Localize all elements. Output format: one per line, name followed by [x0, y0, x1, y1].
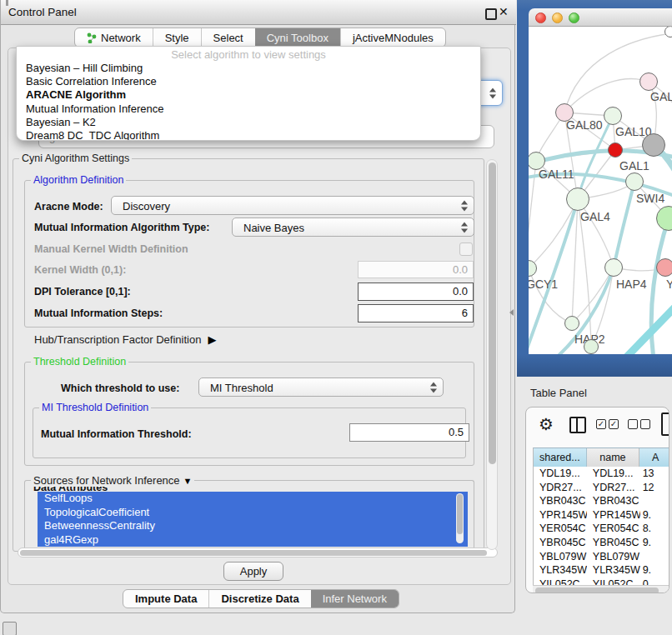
checked-box-icon[interactable]: ✓	[609, 419, 619, 429]
algorithm-option[interactable]: Basic Correlation Inference	[17, 75, 480, 88]
tab-impute-data[interactable]: Impute Data	[123, 590, 208, 608]
attributes-list-scrollbar[interactable]	[456, 493, 464, 543]
scrollbar-thumb[interactable]	[20, 550, 487, 556]
unchecked-box-icon[interactable]	[640, 419, 650, 429]
table-toolbar: ⚙ ✓ ✓	[526, 408, 669, 446]
network-node-gal10[interactable]	[604, 107, 622, 125]
node-label: HAP4	[616, 278, 647, 291]
unchecked-box-icon[interactable]	[628, 419, 638, 429]
network-edge[interactable]	[529, 199, 578, 268]
sources-group-title[interactable]: Sources for Network Inference▼	[31, 474, 194, 487]
table-horizontal-scrollbar[interactable]	[533, 585, 669, 593]
float-window-icon[interactable]	[485, 8, 497, 20]
mi-type-combobox[interactable]: Naive Bayes	[232, 218, 474, 237]
algorithm-option[interactable]: ARACNE Algorithm	[17, 88, 480, 102]
table-cell: YER054C	[534, 522, 587, 536]
network-canvas[interactable]: GALGAL80GAL10GAL1GAL11SWI4GAL4GCY1HAP4YH…	[529, 27, 672, 354]
network-node[interactable]	[584, 339, 599, 354]
tab-style[interactable]: Style	[153, 28, 201, 47]
data-attributes-list: SelfLoopsTopologicalCoefficientBetweenne…	[38, 492, 468, 547]
algorithm-option[interactable]: Bayesian – K2	[17, 116, 480, 129]
mi-threshold-field[interactable]: 0.5	[349, 423, 469, 442]
scrollbar-thumb[interactable]	[489, 162, 496, 464]
control-panel-window: Control Panel ✕ NetworkStyleSelectCyni T…	[0, 0, 515, 613]
settings-horizontal-scrollbar[interactable]	[18, 548, 498, 558]
table-cell: YPR145W	[587, 508, 640, 522]
hub-definition-toggle[interactable]: Hub/Transcription Factor Definition▶	[34, 333, 216, 346]
scrollbar-thumb[interactable]	[457, 494, 463, 534]
table-row[interactable]: YPR145WYPR145W9.	[534, 508, 669, 522]
network-node-swi4[interactable]	[625, 172, 644, 191]
close-icon[interactable]: ✕	[499, 5, 509, 18]
attribute-list-item[interactable]: BetweennessCentrality	[38, 519, 468, 533]
settings-vertical-scrollbar[interactable]	[486, 159, 498, 550]
apply-button[interactable]: Apply	[223, 562, 283, 581]
document-icon[interactable]	[661, 412, 669, 436]
aracne-mode-combobox[interactable]: Discovery	[111, 196, 474, 215]
dpi-tolerance-field[interactable]: 0.0	[358, 282, 474, 301]
mi-type-label: Mutual Information Algorithm Type:	[34, 222, 209, 233]
tab-jactivemnodules[interactable]: jActiveMNodules	[340, 28, 445, 47]
split-columns-icon[interactable]	[569, 417, 586, 433]
manual-kernel-checkbox[interactable]	[459, 242, 473, 256]
zoom-traffic-light-icon[interactable]	[569, 12, 579, 23]
checked-box-icon[interactable]: ✓	[596, 419, 606, 429]
cyni-bottom-tabbar: Impute DataDiscretize DataInfer Network	[123, 589, 399, 608]
network-node[interactable]	[642, 133, 665, 157]
tab-label: Network	[101, 32, 141, 44]
attribute-list-item[interactable]: SelfLoops	[38, 492, 468, 506]
table-cell: YDL19...	[587, 467, 640, 481]
tab-discretize-data[interactable]: Discretize Data	[208, 590, 310, 608]
table-row[interactable]: YER054CYER054C8.	[534, 522, 669, 536]
table-body: YDL19...YDL19...13YDR27...YDR27...12YBR0…	[534, 467, 669, 587]
table-cell: YER054C	[587, 522, 640, 536]
tab-label: Cyni Toolbox	[267, 32, 328, 44]
algorithm-option[interactable]: Bayesian – Hill Climbing	[17, 62, 480, 75]
network-window-titlebar[interactable]	[529, 8, 672, 27]
mi-steps-field[interactable]: 6	[358, 304, 474, 322]
network-node-hap2[interactable]	[564, 316, 579, 331]
dropdown-placeholder: Select algorithm to view settings	[17, 47, 480, 62]
attribute-list-item[interactable]: TopologicalCoefficient	[38, 506, 468, 520]
table-cell: 12	[640, 481, 669, 495]
network-edge[interactable]	[622, 302, 672, 354]
table-row[interactable]: YBL079WYBL079W	[534, 550, 669, 564]
tab-select[interactable]: Select	[201, 28, 255, 47]
network-node-gal1[interactable]	[608, 142, 623, 158]
network-edge[interactable]	[529, 268, 572, 323]
network-edge[interactable]	[614, 182, 634, 268]
attribute-list-item[interactable]: gal4RGexp	[38, 533, 468, 548]
network-node[interactable]	[664, 27, 672, 38]
gear-icon[interactable]: ⚙	[539, 414, 554, 434]
close-traffic-light-icon[interactable]	[535, 12, 546, 23]
control-panel-titlebar[interactable]: Control Panel ✕	[1, 0, 516, 25]
network-node-hap4[interactable]	[604, 258, 623, 277]
minimize-traffic-light-icon[interactable]	[552, 12, 563, 23]
which-threshold-combobox[interactable]: MI Threshold	[198, 378, 444, 397]
table-row[interactable]: YDL19...YDL19...13	[534, 467, 669, 481]
table-row[interactable]: YBR045CYBR045C9.	[534, 536, 669, 550]
table-row[interactable]: YDR27...YDR27...12	[534, 481, 669, 495]
column-header-name[interactable]: name	[587, 448, 640, 467]
collapse-right-icon: ▶	[208, 333, 216, 346]
kernel-width-field[interactable]: 0.0	[358, 261, 474, 278]
algorithm-option[interactable]: Dream8 DC_TDC Algorithm	[17, 129, 480, 141]
minimized-panel-icon[interactable]	[3, 622, 17, 635]
network-node-gal4[interactable]	[566, 188, 589, 211]
table-cell: 13	[640, 467, 669, 481]
network-node-y[interactable]	[656, 258, 672, 277]
table-row[interactable]: YBR043CYBR043C	[534, 494, 669, 508]
tab-network[interactable]: Network	[75, 28, 153, 47]
network-edge[interactable]	[529, 199, 578, 354]
column-header-A[interactable]: A	[639, 448, 669, 467]
algorithm-option[interactable]: Mutual Information Inference	[17, 102, 480, 116]
network-node-gal[interactable]	[639, 72, 658, 91]
panel-splitter-arrow[interactable]	[509, 309, 514, 316]
tab-infer-network[interactable]: Infer Network	[311, 590, 399, 608]
column-header-shared...[interactable]: shared...	[534, 448, 587, 467]
algorithm-definition-title: Algorithm Definition	[31, 174, 126, 186]
scrollbar-thumb[interactable]	[535, 588, 659, 594]
mi-steps-label: Mutual Information Steps:	[34, 308, 163, 319]
tab-cyni-toolbox[interactable]: Cyni Toolbox	[255, 28, 340, 47]
table-row[interactable]: YLR345WYLR345W9.	[534, 563, 669, 578]
